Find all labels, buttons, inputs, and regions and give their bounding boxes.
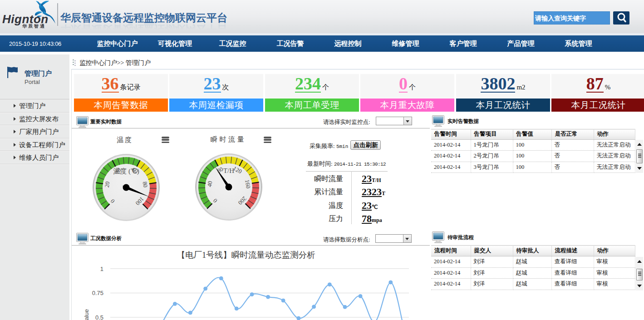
svg-text:20: 20: [103, 181, 111, 188]
svg-text:T/H: T/H: [223, 167, 234, 174]
svg-text:160: 160: [244, 179, 252, 189]
svg-text:80: 80: [142, 181, 149, 188]
svg-text:温度 (℃): 温度 (℃): [113, 167, 139, 175]
svg-text:40: 40: [206, 181, 214, 187]
